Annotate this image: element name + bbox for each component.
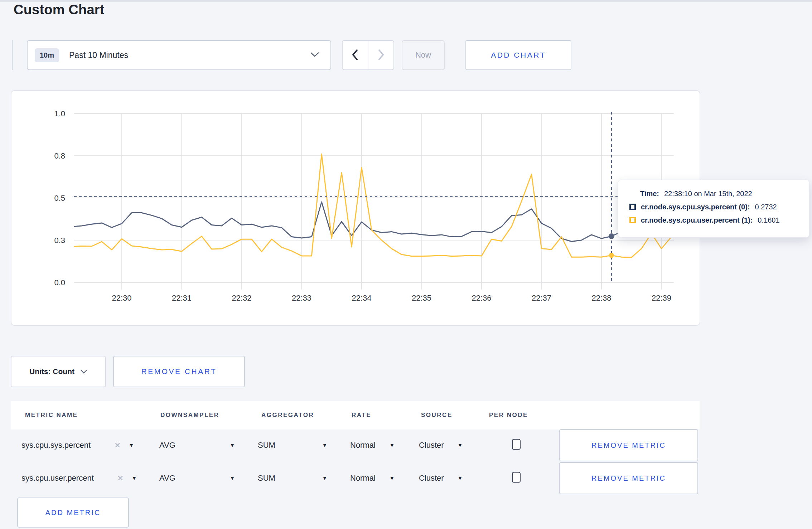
dropdown-arrow-icon: ▼ xyxy=(458,475,463,481)
tooltip-series-row: cr.node.sys.cpu.sys.percent (0): 0.2732 xyxy=(629,203,798,211)
downsampler-select[interactable]: AVG xyxy=(159,441,175,450)
y-tick-label: 1.0 xyxy=(54,109,65,118)
units-select[interactable]: Units: Count xyxy=(11,356,106,387)
metric-name-select[interactable]: sys.cpu.user.percent xyxy=(21,474,94,483)
metrics-table-header: METRIC NAME DOWNSAMPLER AGGREGATOR RATE … xyxy=(11,401,700,429)
x-tick-label: 22:32 xyxy=(232,293,251,302)
dropdown-arrow-icon: ▼ xyxy=(230,475,235,481)
x-tick-label: 22:36 xyxy=(472,293,491,302)
chevron-down-icon xyxy=(80,367,87,376)
page-title: Custom Chart xyxy=(14,2,105,18)
clear-metric-icon[interactable]: × xyxy=(115,440,120,451)
time-pager xyxy=(342,40,394,70)
rate-select[interactable]: Normal xyxy=(350,441,376,450)
custom-chart-page: Custom Chart 10m Past 10 Minutes Now ADD… xyxy=(0,0,812,529)
tooltip-series-value: 0.2732 xyxy=(755,203,777,211)
x-tick-label: 22:30 xyxy=(112,293,131,302)
aggregator-select[interactable]: SUM xyxy=(258,441,275,450)
col-header-aggregator: AGGREGATOR xyxy=(261,412,314,419)
dropdown-arrow-icon: ▼ xyxy=(230,442,235,448)
x-tick-label: 22:33 xyxy=(292,293,311,302)
remove-metric-button[interactable]: REMOVE METRIC xyxy=(559,462,698,494)
col-header-downsampler: DOWNSAMPLER xyxy=(160,412,219,419)
rate-select[interactable]: Normal xyxy=(350,474,376,483)
per-node-checkbox[interactable] xyxy=(512,472,521,483)
highlight-dot-1 xyxy=(609,253,614,258)
add-chart-button[interactable]: ADD CHART xyxy=(465,40,571,70)
chart-card: 0.00.30.50.81.022:3022:3122:3222:3322:34… xyxy=(11,90,700,326)
dropdown-arrow-icon: ▼ xyxy=(458,442,463,448)
chevron-down-icon xyxy=(310,51,320,59)
tooltip-series-label: cr.node.sys.cpu.sys.percent (0): xyxy=(641,203,750,211)
series-line-1 xyxy=(72,154,671,257)
x-tick-label: 22:38 xyxy=(591,293,611,302)
y-tick-label: 0.5 xyxy=(54,194,65,203)
dropdown-arrow-icon: ▼ xyxy=(129,442,134,448)
series-group xyxy=(72,154,671,257)
chevron-right-icon xyxy=(377,49,385,62)
units-label: Units: Count xyxy=(29,367,74,376)
clear-metric-icon[interactable]: × xyxy=(117,472,123,484)
tooltip-series-row: cr.node.sys.cpu.user.percent (1): 0.1601 xyxy=(629,216,798,224)
metric-row: sys.cpu.user.percent × ▼ AVG ▼ SUM ▼ Nor… xyxy=(11,462,700,495)
chevron-left-icon xyxy=(351,49,359,62)
per-node-checkbox[interactable] xyxy=(512,439,521,450)
x-tick-label: 22:34 xyxy=(352,293,371,302)
add-metric-button[interactable]: ADD METRIC xyxy=(17,498,129,528)
remove-chart-button[interactable]: REMOVE CHART xyxy=(113,356,245,387)
y-tick-label: 0.3 xyxy=(54,236,65,245)
tooltip-time-label: Time: xyxy=(640,189,659,198)
col-header-rate: RATE xyxy=(352,412,371,419)
source-select[interactable]: Cluster xyxy=(419,474,444,483)
chart-tooltip: Time: 22:38:10 on Mar 15th, 2022 cr.node… xyxy=(618,180,809,238)
dropdown-arrow-icon: ▼ xyxy=(322,475,327,481)
x-tick-label: 22:31 xyxy=(172,293,192,302)
series-line-0 xyxy=(72,202,671,242)
dropdown-arrow-icon: ▼ xyxy=(322,442,327,448)
highlight-dot-0 xyxy=(609,233,614,239)
dropdown-arrow-icon: ▼ xyxy=(132,475,137,481)
x-tick-label: 22:37 xyxy=(532,293,551,302)
sys-series-swatch-icon xyxy=(629,204,636,210)
tooltip-time-value: 22:38:10 on Mar 15th, 2022 xyxy=(664,189,752,198)
line-chart[interactable]: 0.00.30.50.81.022:3022:3122:3222:3322:34… xyxy=(11,91,700,325)
col-header-source: SOURCE xyxy=(421,412,453,419)
time-window-badge: 10m xyxy=(35,48,59,62)
tooltip-series-value: 0.1601 xyxy=(758,216,779,224)
metric-row: sys.cpu.sys.percent × ▼ AVG ▼ SUM ▼ Norm… xyxy=(11,429,700,462)
dropdown-arrow-icon: ▼ xyxy=(390,475,395,481)
dropdown-arrow-icon: ▼ xyxy=(390,442,395,448)
time-backward-button[interactable] xyxy=(343,41,368,69)
remove-metric-button[interactable]: REMOVE METRIC xyxy=(559,429,698,461)
downsampler-select[interactable]: AVG xyxy=(159,474,175,483)
x-tick-label: 22:35 xyxy=(412,293,431,302)
y-tick-label: 0.8 xyxy=(54,151,65,160)
tooltip-series-label: cr.node.sys.cpu.user.percent (1): xyxy=(641,216,753,224)
time-forward-button[interactable] xyxy=(368,41,393,69)
time-window-label: Past 10 Minutes xyxy=(69,50,128,60)
x-tick-label: 22:39 xyxy=(652,293,671,302)
now-button[interactable]: Now xyxy=(402,40,445,70)
top-hairline xyxy=(0,0,812,2)
col-header-per-node: PER NODE xyxy=(489,412,528,419)
toolbar-divider xyxy=(12,40,13,70)
time-window-select[interactable]: 10m Past 10 Minutes xyxy=(27,40,331,70)
col-header-metric-name: METRIC NAME xyxy=(25,412,78,419)
aggregator-select[interactable]: SUM xyxy=(258,474,275,483)
tooltip-time-row: Time: 22:38:10 on Mar 15th, 2022 xyxy=(629,189,798,198)
source-select[interactable]: Cluster xyxy=(419,441,444,450)
user-series-swatch-icon xyxy=(629,217,636,223)
metric-name-select[interactable]: sys.cpu.sys.percent xyxy=(21,441,91,450)
y-tick-label: 0.0 xyxy=(54,278,65,287)
